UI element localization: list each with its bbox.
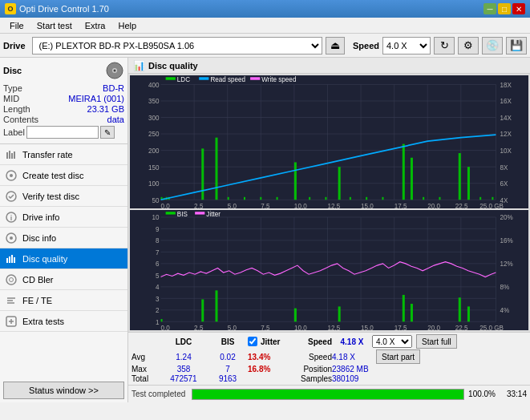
sidebar-item-transfer-rate[interactable]: Transfer rate [0, 144, 127, 165]
svg-text:5.0: 5.0 [228, 201, 237, 208]
svg-rect-5 [11, 153, 13, 159]
disc-label-edit-button[interactable]: ✎ [100, 126, 115, 139]
menu-start-test[interactable]: Start test [30, 19, 79, 32]
svg-text:15.0: 15.0 [361, 324, 374, 330]
content-title: Disc quality [148, 61, 198, 71]
svg-rect-135 [161, 319, 163, 321]
svg-rect-137 [216, 290, 218, 321]
start-part-button[interactable]: Start part [376, 349, 420, 364]
speed-row-val: 4.18 X [332, 353, 372, 361]
sidebar-item-disc-info[interactable]: Disc info [0, 228, 127, 248]
svg-rect-82 [350, 197, 351, 200]
svg-text:2.5: 2.5 [194, 201, 203, 208]
max-bis: 7 [208, 365, 248, 374]
maximize-button[interactable]: □ [498, 3, 511, 14]
svg-rect-4 [9, 151, 10, 159]
sidebar-item-drive-info-label: Drive info [22, 212, 59, 222]
sidebar-item-extra-tests[interactable]: Extra tests [0, 311, 127, 332]
sidebar-item-verify-test-disc[interactable]: Verify test disc [0, 186, 127, 207]
close-button[interactable]: ✕ [512, 3, 525, 14]
cd-bler-icon [5, 273, 18, 286]
eject-button[interactable]: ⏏ [326, 37, 345, 55]
sidebar-item-fe-te[interactable]: FE / TE [0, 290, 127, 311]
svg-rect-74 [228, 197, 229, 200]
svg-rect-15 [9, 256, 10, 263]
svg-text:3: 3 [156, 294, 160, 302]
disc-type-row: Type BD-R [3, 83, 124, 93]
ldc-chart: 400 350 300 250 200 150 100 50 18X 16X 1… [130, 75, 528, 208]
charts-area: 400 350 300 250 200 150 100 50 18X 16X 1… [128, 74, 530, 332]
svg-rect-97 [250, 77, 260, 79]
sidebar-item-drive-info[interactable]: i Drive info [0, 207, 127, 228]
svg-text:10X: 10X [500, 147, 512, 155]
ldc-chart-svg: 400 350 300 250 200 150 100 50 18X 16X 1… [130, 75, 528, 208]
menu-bar: File Start test Extra Help [0, 18, 530, 34]
disc-label-input[interactable] [26, 126, 99, 139]
svg-text:7.5: 7.5 [261, 201, 269, 208]
svg-text:18X: 18X [500, 80, 512, 89]
progress-bar-container: Test completed 100.0% 33:14 [128, 385, 530, 402]
sidebar-item-create-test-disc[interactable]: Create test disc [0, 165, 127, 186]
main-content: Disc Type BD-R MID MEIRA1 (001) Length 2… [0, 58, 530, 402]
start-full-button[interactable]: Start full [416, 334, 457, 349]
sidebar-item-disc-quality[interactable]: Disc quality [0, 248, 127, 269]
svg-text:16%: 16% [500, 236, 514, 244]
disc-button[interactable]: 💿 [482, 37, 503, 55]
samples-val: 380109 [332, 374, 380, 383]
sidebar-item-disc-info-label: Disc info [22, 233, 56, 243]
save-button[interactable]: 💾 [506, 37, 527, 55]
svg-text:17.5: 17.5 [394, 201, 407, 208]
status-window-button[interactable]: Status window >> [3, 382, 124, 399]
bis-header: BIS [208, 337, 248, 346]
svg-text:22.5: 22.5 [455, 324, 468, 330]
status-text: Test completed [131, 390, 185, 398]
menu-help[interactable]: Help [111, 19, 143, 32]
avg-jitter: 13.4% [248, 353, 296, 361]
svg-text:12X: 12X [500, 130, 512, 139]
create-test-disc-icon [5, 169, 18, 182]
refresh-button[interactable]: ↻ [434, 37, 455, 55]
sidebar-item-cd-bler[interactable]: CD Bler [0, 269, 127, 290]
bis-chart-svg: 10 9 8 7 6 5 4 3 2 1 20% 16% 12% 8% 4% [130, 210, 528, 330]
svg-text:200: 200 [148, 147, 160, 155]
svg-text:5.0: 5.0 [228, 324, 237, 330]
svg-text:10.0: 10.0 [294, 201, 307, 208]
settings-button[interactable]: ⚙ [458, 37, 479, 55]
speed-dropdown[interactable]: 4.0 X [372, 335, 412, 348]
drive-select[interactable]: (E:) PLEXTOR BD-R PX-LB950SA 1.06 [32, 37, 322, 55]
svg-rect-16 [11, 255, 13, 263]
svg-text:0.0: 0.0 [161, 201, 170, 208]
progress-percent: 100.0% [467, 390, 496, 398]
svg-text:Write speed: Write speed [261, 75, 296, 83]
minimize-button[interactable]: ─ [483, 3, 496, 14]
svg-rect-86 [411, 158, 413, 200]
svg-rect-83 [366, 197, 367, 200]
disc-quality-icon [5, 252, 18, 265]
svg-rect-136 [201, 299, 204, 321]
ldc-header: LDC [160, 337, 208, 346]
menu-file[interactable]: File [3, 19, 30, 32]
sidebar-item-cd-bler-label: CD Bler [22, 275, 54, 285]
jitter-checkbox[interactable] [248, 337, 257, 346]
speed-select[interactable]: 4.0 X [382, 37, 431, 55]
jitter-header: Jitter [261, 337, 296, 346]
content-area: 📊 Disc quality [128, 58, 530, 402]
svg-text:7.5: 7.5 [261, 324, 270, 330]
samples-label: Samples [296, 374, 332, 383]
svg-text:10.0: 10.0 [294, 324, 307, 330]
svg-text:12.5: 12.5 [327, 201, 340, 208]
svg-rect-77 [277, 197, 278, 200]
app-icon: O [5, 3, 16, 14]
menu-extra[interactable]: Extra [79, 19, 112, 32]
svg-text:2: 2 [156, 305, 160, 313]
svg-text:20.0: 20.0 [427, 324, 440, 330]
stats-panel: LDC BIS Jitter Speed 4.18 X 4.0 X Start … [128, 332, 530, 385]
svg-point-13 [10, 236, 13, 240]
disc-panel: Disc Type BD-R MID MEIRA1 (001) Length 2… [0, 58, 127, 144]
disc-type-val: BD-R [103, 83, 124, 93]
svg-text:17.5: 17.5 [394, 324, 407, 330]
svg-rect-84 [382, 197, 383, 200]
bis-jitter-chart: 10 9 8 7 6 5 4 3 2 1 20% 16% 12% 8% 4% [130, 210, 528, 330]
svg-rect-6 [14, 151, 15, 159]
svg-rect-79 [309, 197, 310, 200]
